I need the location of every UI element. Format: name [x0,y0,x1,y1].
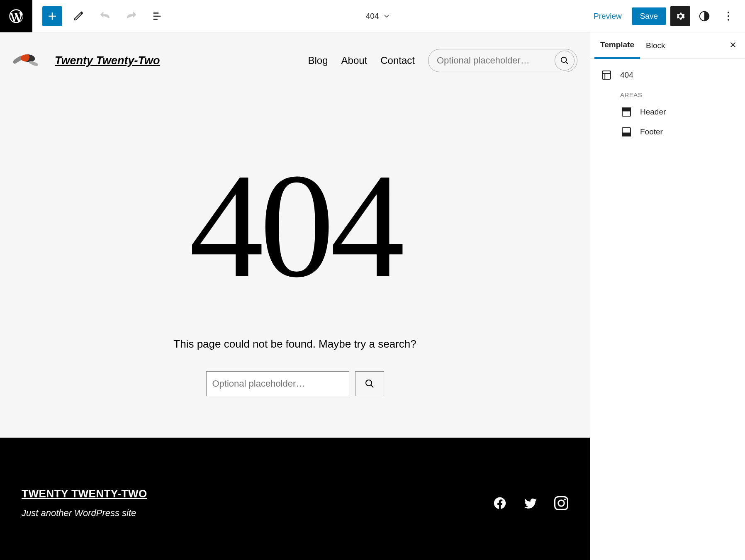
close-icon [728,40,738,49]
svg-rect-10 [622,133,631,136]
site-footer: TWENTY TWENTY-TWO Just another WordPress… [0,438,590,560]
close-inspector-button[interactable] [725,37,741,54]
footer-title[interactable]: TWENTY TWENTY-TWO [22,487,147,500]
pencil-icon [72,10,85,22]
undo-icon [99,10,111,22]
tab-template[interactable]: Template [594,33,640,59]
areas-heading: AREAS [620,91,735,98]
chevron-down-icon [383,12,390,20]
inspector-panel: Template Block 404 AREAS Header Footer [590,32,745,560]
svg-point-2 [728,15,729,17]
edit-tool-button[interactable] [68,6,89,27]
nav-link-blog[interactable]: Blog [308,55,328,66]
site-header: Twenty Twenty-Two Blog About Contact [0,32,590,89]
nav-link-about[interactable]: About [341,55,368,66]
site-title[interactable]: Twenty Twenty-Two [55,54,160,67]
add-block-button[interactable] [42,6,62,26]
template-selector[interactable]: 404 [168,12,588,21]
area-item-header[interactable]: Header [620,106,735,118]
template-name: 404 [366,12,379,21]
svg-point-3 [728,19,729,20]
error-code: 404 [0,151,590,300]
redo-button[interactable] [121,6,142,27]
toolbar-right: Preview Save [588,6,745,26]
svg-point-5 [366,380,372,386]
more-options-button[interactable] [718,6,738,26]
error-content: 404 This page could not be found. Maybe … [0,89,590,438]
more-vertical-icon [722,10,735,22]
toolbar-left [0,0,168,32]
site-logo[interactable] [12,50,41,71]
footer-social [493,496,568,510]
area-label: Footer [640,127,663,136]
svg-point-1 [728,12,729,13]
header-search [428,49,577,72]
search-icon [560,56,569,65]
template-label: 404 [620,71,633,80]
styles-icon [698,10,711,22]
footer-tagline: Just another WordPress site [22,508,147,519]
header-search-input[interactable] [437,55,545,66]
preview-button[interactable]: Preview [588,7,628,25]
gear-icon [674,10,687,22]
header-icon [620,106,633,118]
redo-icon [125,10,138,22]
footer-info: TWENTY TWENTY-TWO Just another WordPress… [22,487,147,519]
error-search-input[interactable] [206,371,349,396]
layout-icon [600,69,613,81]
main-container: Twenty Twenty-Two Blog About Contact 404… [0,32,745,560]
inspector-tabs: Template Block [590,32,745,59]
list-view-icon [152,10,164,22]
tab-block[interactable]: Block [640,32,671,58]
area-label: Header [640,107,666,117]
nav-link-contact[interactable]: Contact [380,55,415,66]
list-view-button[interactable] [148,6,168,27]
editor-toolbar: 404 Preview Save [0,0,745,32]
search-icon [365,379,375,389]
footer-icon [620,126,633,138]
site-branding: Twenty Twenty-Two [12,50,160,71]
svg-point-4 [561,57,567,63]
styles-button[interactable] [694,6,714,26]
plus-icon [46,10,58,22]
wordpress-icon [8,8,24,24]
instagram-icon[interactable] [554,496,568,510]
area-item-footer[interactable]: Footer [620,126,735,138]
twitter-icon[interactable] [523,496,538,510]
error-search-button[interactable] [355,371,384,396]
error-message: This page could not be found. Maybe try … [0,338,590,351]
template-row[interactable]: 404 [600,69,735,81]
settings-button[interactable] [670,6,690,26]
wordpress-logo[interactable] [0,0,32,32]
header-search-button[interactable] [555,51,575,71]
undo-button[interactable] [95,6,115,27]
error-search [0,371,590,396]
save-button[interactable]: Save [632,7,666,25]
svg-rect-6 [602,71,611,79]
site-nav: Blog About Contact [308,49,577,72]
editor-canvas[interactable]: Twenty Twenty-Two Blog About Contact 404… [0,32,590,560]
svg-rect-8 [622,108,631,111]
inspector-body: 404 AREAS Header Footer [590,59,745,148]
facebook-icon[interactable] [493,496,507,510]
